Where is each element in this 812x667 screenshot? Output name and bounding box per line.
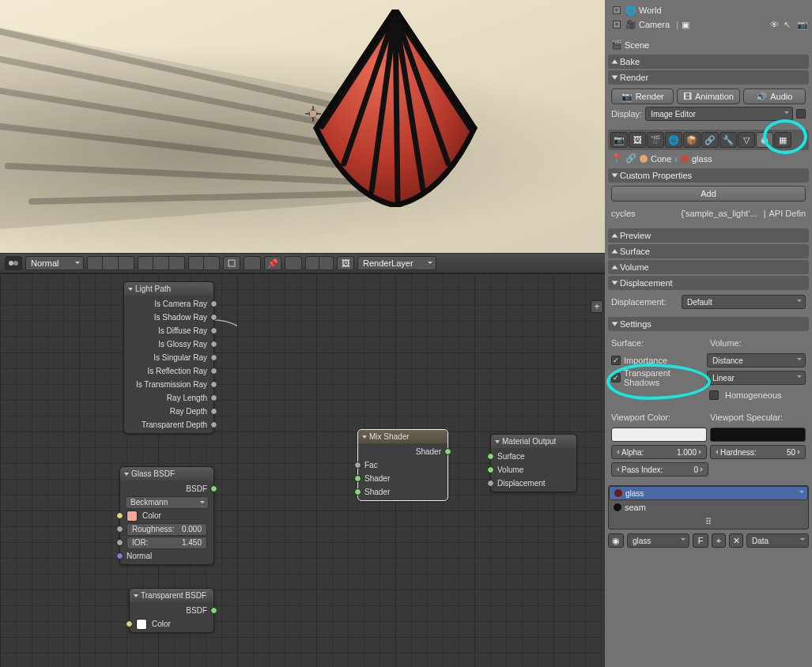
material-browse-icon[interactable]: ◉ (608, 533, 624, 548)
tab-world-icon[interactable]: 🌐 (665, 132, 682, 148)
display-select[interactable]: Image Editor (645, 107, 793, 121)
panel-header-custom-properties[interactable]: Custom Properties (608, 168, 809, 183)
pin-icon[interactable]: 📌 (264, 256, 281, 270)
context-tab-strip[interactable]: 📷 🖼 🎬 🌐 📦 🔗 🔧 ▽ ◉ ▦ (608, 130, 809, 150)
tab-render-icon[interactable]: 📷 (610, 132, 628, 148)
material-name-field[interactable]: glass (627, 533, 689, 548)
tab-texture-icon[interactable]: ▦ (774, 132, 791, 148)
glass-ior[interactable]: IOR:1.450 (120, 536, 213, 549)
add-property-button[interactable]: Add (611, 186, 806, 202)
linear-select[interactable]: Linear (707, 371, 806, 385)
pivot-segmented[interactable] (87, 256, 134, 270)
pin-icon[interactable]: 📍 (611, 153, 622, 164)
properties-panel[interactable]: + 🌐 World + 🎥 Camera | ▣ 👁 ↖ 📷 🎬 Scene B… (605, 0, 812, 667)
tab-constraints-icon[interactable]: 🔗 (701, 132, 719, 148)
shader-type-icon[interactable] (204, 256, 220, 270)
pivot-opt-icon[interactable] (119, 256, 134, 270)
material-link-select[interactable]: Data (746, 533, 809, 548)
backdrop-icon[interactable]: 🖼 (337, 256, 354, 270)
panel-header-bake[interactable]: Bake (608, 55, 809, 69)
material-list-grip-icon[interactable]: ⠿ (609, 514, 808, 529)
toolshelf-toggle-icon[interactable]: + (591, 300, 603, 313)
panel-header-settings[interactable]: Settings (608, 317, 809, 331)
shading-dropdown[interactable]: Normal (25, 256, 84, 270)
lock-toggle-icon[interactable] (796, 109, 806, 119)
misc-segmented[interactable] (305, 256, 334, 270)
node-glass-header[interactable]: Glass BSDF (120, 467, 213, 480)
shader-type-icon[interactable] (188, 256, 204, 270)
node-mix-header[interactable]: Mix Shader (358, 430, 448, 443)
prop-api[interactable]: API Defin (769, 209, 806, 218)
node-glass-bsdf[interactable]: Glass BSDF BSDF Beckmann Color Roughness… (119, 466, 214, 565)
transparent-color[interactable]: Color (130, 617, 213, 631)
editor-type-icon[interactable] (5, 256, 22, 270)
surface-label: Surface: (611, 338, 707, 348)
pivot-opt-icon[interactable] (87, 256, 103, 270)
link-icon[interactable]: 🔗 (625, 153, 636, 164)
tab-scene-icon[interactable]: 🎬 (647, 132, 664, 148)
tree-type-icon[interactable] (169, 256, 185, 270)
material-row-glass[interactable]: glass (609, 486, 808, 500)
outliner[interactable]: + 🌐 World + 🎥 Camera | ▣ 👁 ↖ 📷 (605, 0, 812, 33)
render-button[interactable]: 📷Render (611, 89, 674, 104)
material-list[interactable]: glass seam ⠿ (608, 485, 809, 529)
material-remove-icon[interactable]: ✕ (729, 533, 743, 548)
tab-material-icon[interactable]: ◉ (756, 132, 773, 148)
panel-header-preview[interactable]: Preview (608, 228, 809, 243)
misc-icon[interactable] (319, 256, 334, 270)
animation-button[interactable]: 🎞Animation (677, 89, 739, 104)
glass-roughness[interactable]: Roughness:0.000 (120, 522, 213, 536)
node-transparent-bsdf[interactable]: Transparent BSDF BSDF Color (129, 588, 214, 633)
selectable-cursor-icon[interactable]: ↖ (784, 20, 794, 30)
audio-button[interactable]: 🔊Audio (743, 89, 806, 104)
visibility-eye-icon[interactable]: 👁 (770, 20, 780, 30)
tab-modifiers-icon[interactable]: 🔧 (719, 132, 737, 148)
material-row-seam[interactable]: seam (609, 500, 808, 514)
outliner-item[interactable]: + 🌐 World (610, 3, 807, 17)
multiple-importance-check[interactable] (611, 356, 621, 365)
use-nodes-icon[interactable] (244, 256, 261, 270)
viewport-3d[interactable] (0, 0, 605, 253)
material-add-icon[interactable]: + (712, 533, 726, 548)
panel-header-volume[interactable]: Volume (608, 260, 809, 274)
renderlayer-dropdown[interactable]: RenderLayer (357, 256, 436, 270)
alpha-field[interactable]: Alpha:1.000 (611, 445, 707, 459)
node-light-path-header[interactable]: Light Path (124, 282, 213, 296)
glass-color[interactable]: Color (120, 509, 213, 522)
snap-icon[interactable] (223, 256, 240, 270)
viewport-spec-label: Viewport Specular: (710, 413, 806, 422)
homogeneous-check[interactable] (709, 390, 719, 400)
panel-header-render[interactable]: Render (608, 70, 809, 85)
glass-distribution[interactable]: Beckmann (120, 496, 213, 509)
node-light-path[interactable]: Light Path Is Camera Ray Is Shadow Ray I… (123, 281, 214, 434)
pass-index-field[interactable]: Pass Index:0 (611, 462, 708, 477)
viewport-spec-swatch[interactable] (710, 428, 806, 442)
tab-object-icon[interactable]: 📦 (683, 132, 701, 148)
tree-type-icon[interactable] (153, 256, 169, 270)
tree-type-icon[interactable] (138, 256, 153, 270)
panel-header-surface[interactable]: Surface (608, 244, 809, 258)
node-mix-shader[interactable]: Mix Shader Shader Fac Shader Shader (357, 429, 448, 501)
shader-type-segmented[interactable] (188, 256, 220, 270)
misc-icon[interactable] (305, 256, 319, 270)
panel-header-displacement[interactable]: Displacement (608, 276, 809, 290)
tab-renderlayers-icon[interactable]: 🖼 (629, 132, 646, 148)
node-editor[interactable]: + Light Path Is Camera Ray Is Shadow Ray… (0, 273, 605, 667)
auto-icon[interactable] (285, 256, 302, 270)
fake-user-button[interactable]: F (693, 533, 708, 548)
hardness-field[interactable]: Hardness:50 (710, 445, 806, 459)
node-material-output[interactable]: Material Output Surface Volume Displacem… (490, 434, 577, 492)
displacement-select[interactable]: Default (682, 295, 806, 309)
tab-data-icon[interactable]: ▽ (738, 132, 755, 148)
node-transparent-header[interactable]: Transparent BSDF (130, 589, 213, 602)
transparent-shadows-check[interactable] (611, 373, 621, 382)
pivot-opt-icon[interactable] (103, 256, 119, 270)
viewport-color-swatch[interactable] (611, 428, 707, 442)
renderable-camera-icon[interactable]: 📷 (797, 20, 807, 30)
tree-type-segmented[interactable] (138, 256, 185, 270)
outliner-item[interactable]: + 🎥 Camera | ▣ 👁 ↖ 📷 (610, 17, 807, 32)
out-surface: Surface (491, 450, 576, 463)
node-editor-header[interactable]: Normal 📌 🖼 RenderLayer (0, 253, 605, 273)
distance-select[interactable]: Distance (707, 353, 806, 367)
node-output-header[interactable]: Material Output (491, 435, 576, 448)
